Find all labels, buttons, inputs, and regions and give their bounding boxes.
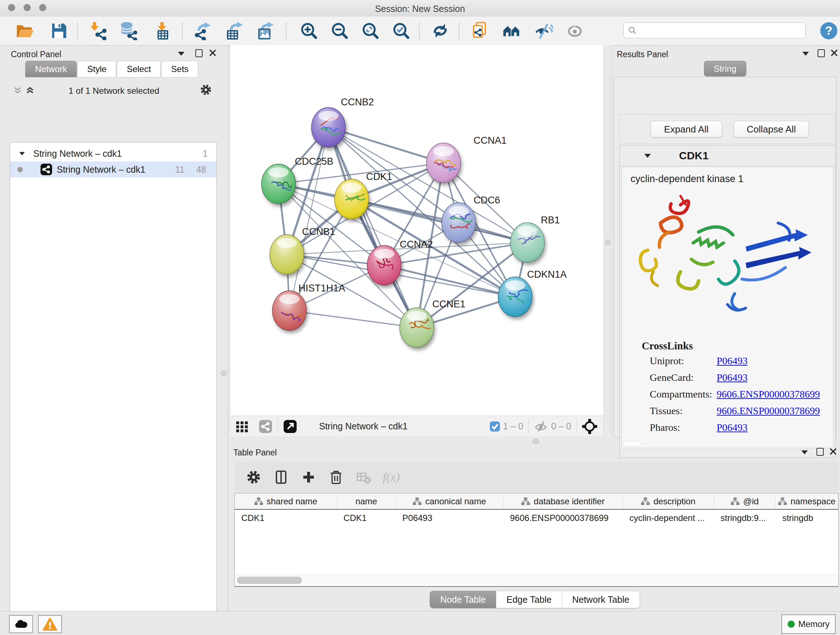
collapse-section-icon[interactable] [644, 154, 651, 158]
results-scrollbar[interactable] [623, 441, 641, 447]
node-CCNB2[interactable] [311, 108, 346, 147]
zoom-fit-button[interactable] [360, 20, 381, 41]
table-cell[interactable]: 9606.ENSP00000378699 [504, 510, 623, 526]
edge-CCNA2-CDKN1A[interactable] [384, 265, 515, 297]
crosslink-value-link[interactable]: P06493 [717, 372, 748, 383]
column-header-database-identifier[interactable]: database identifier [504, 494, 623, 509]
maximize-panel-icon[interactable] [816, 448, 824, 456]
column-header-@id[interactable]: @id [714, 494, 776, 509]
clone-network-button[interactable] [470, 20, 491, 41]
zoom-in-button[interactable] [298, 20, 319, 41]
add-column-button[interactable] [300, 469, 317, 486]
expand-all-button[interactable]: Expand All [651, 121, 722, 138]
delete-column-button[interactable] [328, 469, 344, 486]
node-CCNB1[interactable] [270, 234, 304, 274]
zoom-out-button[interactable] [329, 20, 350, 41]
search-field[interactable] [623, 22, 806, 38]
export-image-button[interactable] [254, 20, 275, 41]
tab-network-table[interactable]: Network Table [562, 591, 640, 608]
refresh-button[interactable] [430, 20, 451, 41]
table-settings-button[interactable] [245, 469, 262, 486]
grid-view-icon[interactable] [235, 420, 248, 433]
scrollbar-thumb[interactable] [237, 577, 302, 584]
tree-expand-icon[interactable] [19, 152, 25, 155]
tab-node-table[interactable]: Node Table [430, 591, 496, 608]
close-panel-icon[interactable] [209, 49, 216, 57]
tab-string[interactable]: String [704, 61, 746, 76]
node-CCNA1[interactable] [426, 143, 461, 183]
open-in-window-icon[interactable] [283, 419, 297, 434]
network-collection-row[interactable]: String Network – cdk1 1 [10, 146, 216, 162]
zoom-selected-button[interactable] [391, 20, 412, 41]
selected-checkbox-icon[interactable] [489, 421, 500, 432]
maximize-panel-icon[interactable] [818, 49, 825, 57]
table-cell[interactable]: stringdb [775, 510, 838, 526]
first-neighbors-button[interactable] [501, 20, 523, 41]
warnings-button[interactable] [38, 615, 62, 633]
table-cell[interactable]: cyclin-dependent ... [623, 510, 714, 526]
show-columns-button[interactable] [273, 469, 289, 486]
memory-button[interactable]: Memory [782, 614, 836, 634]
import-network-database-button[interactable] [118, 20, 139, 41]
table-hscrollbar[interactable] [235, 575, 837, 586]
crosslink-value-link[interactable]: P06493 [717, 355, 748, 367]
import-table-button[interactable] [152, 20, 173, 41]
table-cell[interactable]: stringdb:9... [714, 510, 776, 526]
edge-CCNB2-CCNE1[interactable] [328, 127, 417, 328]
export-table-button[interactable] [224, 20, 245, 41]
open-session-button[interactable] [14, 20, 35, 41]
float-panel-icon[interactable] [802, 52, 809, 56]
node-CDC25B[interactable] [262, 164, 295, 204]
network-view-icon[interactable] [259, 420, 272, 433]
table-row[interactable]: CDK1CDK1P064939606.ENSP00000378699cyclin… [235, 510, 838, 526]
gene-section-header[interactable]: CDK1 [620, 146, 835, 166]
right-splitter-handle[interactable] [605, 240, 610, 245]
network-row-selected[interactable]: String Network – cdk1 11 48 [10, 162, 216, 177]
network-canvas[interactable]: CCNB2CCNA1CDC25BCDK1CDC6RB1CCNB1CCNA2CDK… [231, 45, 603, 416]
crosslink-value-link[interactable]: P06493 [717, 422, 748, 433]
export-network-icon [194, 21, 212, 40]
close-panel-icon[interactable] [831, 49, 838, 57]
node-CDC6[interactable] [442, 203, 476, 242]
gear-icon[interactable] [200, 84, 212, 96]
network-graph[interactable]: CCNB2CCNA1CDC25BCDK1CDC6RB1CCNB1CCNA2CDK… [231, 45, 603, 416]
column-header-name[interactable]: name [337, 494, 396, 509]
hide-selected-button[interactable] [533, 20, 554, 41]
crosslink-value-link[interactable]: 9606.ENSP00000378699 [717, 405, 820, 417]
node-CCNE1[interactable] [400, 308, 435, 348]
tab-select[interactable]: Select [117, 61, 161, 77]
crosslink-value-link[interactable]: 9606.ENSP00000378699 [717, 388, 820, 400]
collapse-all-button[interactable]: Collapse All [734, 121, 809, 138]
node-HIST1H1A[interactable] [272, 291, 306, 331]
float-panel-icon[interactable] [801, 450, 808, 454]
column-header-shared-name[interactable]: shared name [235, 494, 337, 509]
show-graphics-details-button[interactable] [564, 20, 585, 41]
tab-style[interactable]: Style [77, 61, 116, 77]
table-cell[interactable]: P06493 [396, 510, 503, 526]
float-panel-icon[interactable] [178, 52, 185, 56]
edge-CCNB2-CCNA1[interactable] [328, 127, 444, 163]
edge-HIST1H1A-CCNE1[interactable] [289, 310, 417, 328]
node-CDKN1A[interactable] [498, 277, 532, 317]
horizontal-splitter-handle[interactable] [533, 439, 539, 444]
import-network-file-button[interactable] [88, 20, 109, 41]
tab-sets[interactable]: Sets [161, 61, 198, 77]
column-header-namespace[interactable]: namespace [775, 494, 838, 509]
help-button[interactable]: ? [818, 20, 839, 41]
close-panel-icon[interactable] [829, 448, 837, 455]
column-header-description[interactable]: description [623, 494, 714, 509]
table-cell[interactable]: CDK1 [235, 510, 337, 526]
export-network-button[interactable] [193, 20, 213, 41]
node-RB1[interactable] [510, 223, 545, 263]
table-cell[interactable]: CDK1 [337, 510, 396, 526]
search-input[interactable] [637, 25, 805, 35]
left-splitter-handle[interactable] [221, 371, 226, 376]
cloud-button[interactable] [9, 615, 33, 633]
maximize-panel-icon[interactable] [195, 49, 202, 57]
tab-network[interactable]: Network [25, 61, 77, 77]
tab-edge-table[interactable]: Edge Table [496, 591, 562, 608]
column-header-canonical-name[interactable]: canonical name [396, 494, 504, 509]
save-session-button[interactable] [49, 20, 69, 41]
crosshair-icon[interactable] [582, 418, 598, 434]
node-CCNA2[interactable] [367, 245, 401, 285]
